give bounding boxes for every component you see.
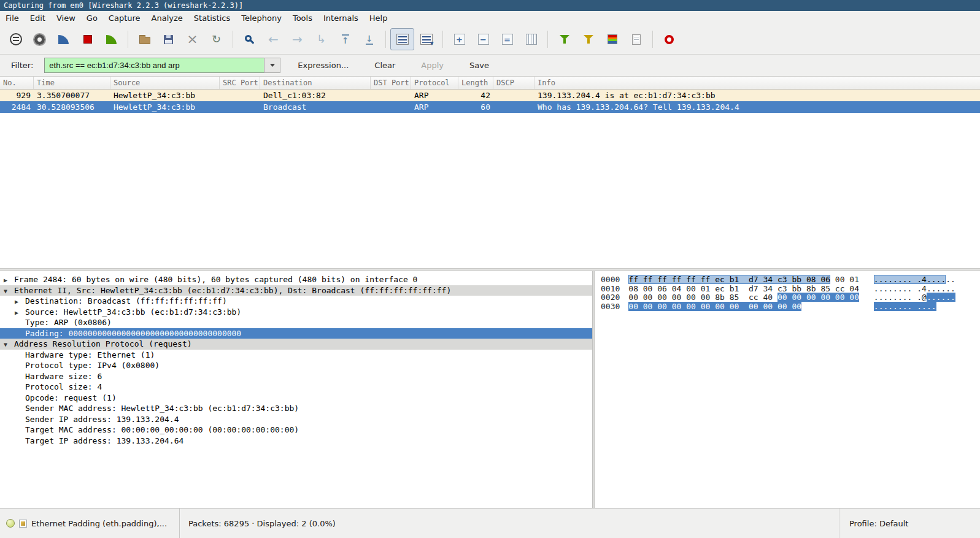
tree-row[interactable]: Opcode: request (1): [0, 393, 592, 404]
tree-row[interactable]: Hardware type: Ethernet (1): [0, 350, 592, 361]
coloring-rules-button[interactable]: [600, 28, 624, 50]
help-button[interactable]: [657, 28, 681, 50]
preferences-button[interactable]: [624, 28, 648, 50]
tree-row[interactable]: Type: ARP (0x0806): [0, 317, 592, 328]
go-back-icon: ←: [268, 33, 279, 45]
hex-ascii[interactable]: ........ .4......: [874, 275, 955, 284]
restart-capture-button[interactable]: [99, 28, 123, 50]
display-filters-button[interactable]: [576, 28, 600, 50]
go-to-top-button[interactable]: ↑: [333, 28, 357, 50]
menu-item-internals[interactable]: Internals: [318, 12, 364, 24]
hex-line[interactable]: 0000ff ff ff ff ff ff ec b1 d7 34 c3 bb …: [601, 275, 980, 285]
list-interfaces-button[interactable]: [4, 28, 28, 50]
hex-bytes[interactable]: 08 00 06 04 00 01 ec b1 d7 34 c3 bb 8b 8…: [628, 285, 864, 294]
expander-icon[interactable]: ▶: [4, 275, 14, 285]
menu-item-analyze[interactable]: Analyze: [146, 12, 188, 24]
tree-row[interactable]: Hardware size: 6: [0, 371, 592, 382]
filter-input[interactable]: [44, 58, 264, 73]
tree-row[interactable]: ▶Destination: Broadcast (ff:ff:ff:ff:ff:…: [0, 296, 592, 307]
menu-item-help[interactable]: Help: [364, 12, 393, 24]
tree-row-label: Frame 2484: 60 bytes on wire (480 bits),…: [14, 275, 417, 284]
tree-row[interactable]: Sender MAC address: HewlettP_34:c3:bb (e…: [0, 403, 592, 414]
column-header-source[interactable]: Source: [110, 77, 220, 89]
menu-item-tools[interactable]: Tools: [287, 12, 318, 24]
tree-row[interactable]: Target MAC address: 00:00:00_00:00:00 (0…: [0, 425, 592, 436]
resize-columns-button[interactable]: [519, 28, 543, 50]
go-to-packet-button[interactable]: ↳: [309, 28, 333, 50]
colorize-list-button[interactable]: [390, 28, 414, 50]
filter-dropdown-button[interactable]: [264, 58, 280, 73]
column-header-time[interactable]: Time: [34, 77, 110, 89]
clear-button[interactable]: Clear: [371, 59, 399, 72]
column-header-info[interactable]: Info: [534, 77, 980, 89]
hex-ascii[interactable]: ........ .@......: [874, 293, 955, 302]
hex-bytes[interactable]: 00 00 00 00 00 00 8b 85 cc 40 00 00 00 0…: [628, 293, 864, 302]
column-header-dst-port[interactable]: DST Port: [371, 77, 411, 89]
expert-info-icon[interactable]: [6, 519, 15, 528]
stop-capture-button[interactable]: [75, 28, 99, 50]
expression-button[interactable]: Expression...: [294, 59, 352, 72]
column-header-no[interactable]: No.: [0, 77, 34, 89]
column-header-protocol[interactable]: Protocol: [411, 77, 458, 89]
go-forward-button[interactable]: →: [285, 28, 309, 50]
filter-buttons: Expression...ClearApplySave: [294, 59, 493, 72]
tree-row[interactable]: Padding: 0000000000000000000000000000000…: [0, 328, 592, 339]
menu-item-telephony[interactable]: Telephony: [236, 12, 287, 24]
window-titlebar[interactable]: Capturing from em0 [Wireshark 2.2.3 (wir…: [0, 0, 980, 11]
save-file-button[interactable]: [156, 28, 180, 50]
open-file-button[interactable]: [133, 28, 156, 50]
tree-row[interactable]: ▼Ethernet II, Src: HewlettP_34:c3:bb (ec…: [0, 285, 592, 296]
hex-line[interactable]: 002000 00 00 00 00 00 8b 85 cc 40 00 00 …: [601, 293, 980, 302]
cell-length: 42: [458, 90, 493, 101]
expander-icon[interactable]: ▼: [4, 286, 14, 296]
hex-line[interactable]: 001008 00 06 04 00 01 ec b1 d7 34 c3 bb …: [601, 285, 980, 294]
expander-icon[interactable]: ▶: [15, 307, 25, 318]
expander-icon[interactable]: ▼: [4, 339, 14, 350]
auto-scroll-button[interactable]: [414, 28, 438, 50]
capture-options-button[interactable]: [28, 28, 52, 50]
column-header-destination[interactable]: Destination: [260, 77, 371, 89]
zoom-in-icon: +: [454, 34, 465, 45]
hex-ascii[interactable]: ........ .4......: [874, 284, 955, 293]
hex-ascii[interactable]: ........ ....: [874, 302, 936, 311]
tree-row[interactable]: Protocol size: 4: [0, 382, 592, 393]
zoom-out-button[interactable]: −: [471, 28, 495, 50]
find-packet-icon: [245, 35, 252, 42]
column-header-length[interactable]: Length: [458, 77, 493, 89]
menu-item-go[interactable]: Go: [81, 12, 103, 24]
tree-row[interactable]: ▶Source: HewlettP_34:c3:bb (ec:b1:d7:34:…: [0, 307, 592, 318]
packet-row[interactable]: 248430.528093506HewlettP_34:c3:bbBroadca…: [0, 101, 980, 113]
close-file-button[interactable]: ×: [180, 28, 204, 50]
preferences-icon: [632, 34, 641, 45]
menu-bar: FileEditViewGoCaptureAnalyzeStatisticsTe…: [0, 11, 980, 25]
expander-icon[interactable]: ▶: [15, 296, 25, 307]
packet-row[interactable]: 9293.350700077HewlettP_34:c3:bbDell_c1:0…: [0, 90, 980, 101]
filter-bar: Filter: Expression...ClearApplySave: [0, 55, 980, 77]
menu-item-edit[interactable]: Edit: [25, 12, 51, 24]
hex-bytes[interactable]: ff ff ff ff ff ff ec b1 d7 34 c3 bb 08 0…: [628, 275, 864, 285]
tree-row[interactable]: ▼Address Resolution Protocol (request): [0, 339, 592, 350]
profile-status[interactable]: Profile: Default: [839, 519, 980, 528]
menu-item-view[interactable]: View: [51, 12, 81, 24]
reload-button[interactable]: ↻: [204, 28, 228, 50]
capture-comment-icon[interactable]: [19, 520, 27, 528]
go-to-bottom-button[interactable]: ↓: [357, 28, 381, 50]
zoom-normal-button[interactable]: =: [495, 28, 519, 50]
menu-item-capture[interactable]: Capture: [103, 12, 146, 24]
hex-line[interactable]: 003000 00 00 00 00 00 00 00 00 00 00 00.…: [601, 302, 980, 312]
save-button[interactable]: Save: [466, 59, 493, 72]
tree-row[interactable]: Protocol type: IPv4 (0x0800): [0, 360, 592, 371]
find-packet-button[interactable]: [237, 28, 261, 50]
zoom-in-button[interactable]: +: [447, 28, 471, 50]
column-header-dscp[interactable]: DSCP: [493, 77, 534, 89]
go-back-button[interactable]: ←: [261, 28, 285, 50]
hex-bytes[interactable]: 00 00 00 00 00 00 00 00 00 00 00 00: [628, 302, 864, 312]
capture-filters-button[interactable]: [552, 28, 576, 50]
tree-row[interactable]: Sender IP address: 139.133.204.4: [0, 414, 592, 425]
menu-item-file[interactable]: File: [0, 12, 25, 24]
menu-item-statistics[interactable]: Statistics: [188, 12, 236, 24]
start-capture-button[interactable]: [52, 28, 75, 50]
column-header-src-port[interactable]: SRC Port: [220, 77, 260, 89]
tree-row[interactable]: Target IP address: 139.133.204.64: [0, 436, 592, 447]
tree-row[interactable]: ▶Frame 2484: 60 bytes on wire (480 bits)…: [0, 274, 592, 285]
